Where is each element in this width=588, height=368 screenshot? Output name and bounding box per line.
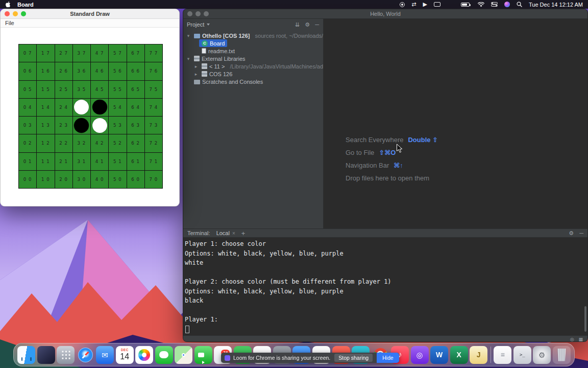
board-cell[interactable]: 0 0	[19, 171, 36, 188]
board-cell[interactable]: 4 7	[91, 44, 108, 62]
draw-canvas[interactable]: 0 71 72 73 74 75 76 77 70 61 62 63 64 65…	[1, 28, 179, 206]
board-cell[interactable]: 5 2	[109, 134, 126, 152]
board-cell[interactable]	[91, 99, 108, 116]
input-source-flag-icon[interactable]	[447, 2, 454, 7]
board-cell[interactable]: 7 0	[145, 171, 162, 188]
board-cell[interactable]: 6 0	[127, 171, 144, 188]
tree-item-external-libraries[interactable]: ▾External Libraries	[183, 55, 323, 62]
board-cell[interactable]: 5 1	[109, 153, 126, 170]
display-icon[interactable]	[434, 2, 440, 7]
board-cell[interactable]: 1 6	[37, 62, 54, 80]
board-cell[interactable]: 6 6	[127, 62, 144, 80]
settings-gear-icon[interactable]: ⚙	[305, 21, 310, 28]
dock-excel[interactable]: X	[450, 346, 468, 364]
othello-board[interactable]: 0 71 72 73 74 75 76 77 70 61 62 63 64 65…	[18, 44, 163, 189]
chevron-down-icon[interactable]: ▾	[185, 33, 191, 38]
chevron-right-icon[interactable]: ▸	[193, 64, 199, 69]
editor-area[interactable]: Search EverywhereDouble ⇧Go to File⇧⌘ONa…	[324, 19, 587, 228]
dock-maps[interactable]	[175, 346, 192, 364]
dock-safari[interactable]	[77, 346, 94, 364]
board-cell[interactable]: 0 3	[19, 117, 36, 134]
board-cell[interactable]: 5 5	[109, 81, 126, 98]
board-cell[interactable]: 2 7	[55, 44, 72, 62]
control-center-icon[interactable]	[491, 1, 498, 8]
dock-utility[interactable]: >_	[513, 346, 531, 364]
dock-calendar[interactable]: DEC14	[116, 346, 134, 364]
board-cell[interactable]: 1 4	[37, 99, 54, 116]
active-app-name[interactable]: Board	[17, 2, 34, 8]
board-cell[interactable]: 2 2	[55, 134, 72, 152]
dock-system-preferences[interactable]: ⚙	[533, 346, 551, 364]
spotlight-icon[interactable]	[517, 1, 522, 8]
board-cell[interactable]: 4 1	[91, 153, 108, 170]
new-terminal-icon[interactable]: +	[241, 229, 246, 237]
board-cell[interactable]: 0 4	[19, 99, 36, 116]
terminal-tab-local[interactable]: Local ×	[214, 230, 237, 236]
board-cell[interactable]: 2 0	[55, 171, 72, 188]
board-cell[interactable]: 4 6	[91, 62, 108, 80]
zoom-button[interactable]	[204, 11, 209, 16]
dock-word[interactable]: W	[430, 346, 448, 364]
board-cell[interactable]: 4 2	[91, 134, 108, 152]
board-cell[interactable]: 0 7	[19, 44, 36, 62]
board-cell[interactable]: 4 0	[91, 171, 108, 188]
ide-titlebar[interactable]: Hello, World	[183, 9, 587, 19]
board-cell[interactable]: 2 4	[55, 99, 72, 116]
board-cell[interactable]: 3 2	[73, 134, 90, 152]
board-cell[interactable]: 6 5	[127, 81, 144, 98]
board-cell[interactable]: 1 5	[37, 81, 54, 98]
board-cell[interactable]: 5 4	[109, 99, 126, 116]
dock-launchpad[interactable]	[57, 346, 75, 364]
tree-item-cos-126-lib[interactable]: ▸COS 126	[183, 70, 323, 78]
hide-panel-icon[interactable]: ─	[315, 21, 319, 28]
tree-item-board[interactable]: CBoard	[183, 39, 323, 47]
tree-item-scratches[interactable]: Scratches and Consoles	[183, 78, 323, 85]
board-cell[interactable]: 0 1	[19, 153, 36, 170]
board-cell[interactable]: 5 6	[109, 62, 126, 80]
board-cell[interactable]: 7 7	[145, 44, 162, 62]
board-cell[interactable]: 0 2	[19, 134, 36, 152]
board-cell[interactable]: 2 6	[55, 62, 72, 80]
tree-item-readme[interactable]: readme.txt	[183, 47, 323, 55]
dock-podcasts[interactable]: ◎	[411, 346, 429, 364]
board-cell[interactable]: 6 7	[127, 44, 144, 62]
dock-java-app[interactable]: J	[470, 346, 487, 364]
terminal-scrollbar[interactable]	[584, 306, 586, 332]
dock-messages[interactable]	[155, 346, 173, 364]
board-cell[interactable]: 7 1	[145, 153, 162, 170]
board-cell[interactable]: 2 5	[55, 81, 72, 98]
tree-item-jdk-11[interactable]: ▸< 11 >/Library/Java/JavaVirtualMachines…	[183, 62, 323, 70]
board-cell[interactable]: 3 0	[73, 171, 90, 188]
board-cell[interactable]: 6 1	[127, 153, 144, 170]
dock-mail[interactable]: ✉	[96, 346, 114, 364]
hide-button[interactable]: Hide	[377, 353, 399, 363]
dock-trash[interactable]	[553, 346, 571, 364]
chevron-right-icon[interactable]: ▸	[193, 72, 199, 77]
board-cell[interactable]: 1 1	[37, 153, 54, 170]
tree-item-othello-root[interactable]: ▾Othello [COS 126]sources root, ~/Downlo…	[183, 32, 323, 39]
board-cell[interactable]: 2 3	[55, 117, 72, 134]
board-cell[interactable]	[73, 99, 90, 116]
dock-textedit[interactable]: ≡	[494, 346, 511, 364]
wifi-icon[interactable]	[478, 1, 484, 8]
terminal-hide-icon[interactable]: ─	[579, 230, 583, 237]
minimize-button[interactable]	[13, 11, 18, 16]
board-cell[interactable]: 2 1	[55, 153, 72, 170]
terminal-output[interactable]: Player 1: choose colorOptions: white, bl…	[183, 238, 587, 335]
board-cell[interactable]: 7 4	[145, 99, 162, 116]
project-panel-title[interactable]: Project	[187, 21, 204, 28]
board-cell[interactable]: 3 1	[73, 153, 90, 170]
board-cell[interactable]: 5 0	[109, 171, 126, 188]
board-cell[interactable]: 3 5	[73, 81, 90, 98]
chevron-down-icon[interactable]	[207, 24, 210, 26]
board-cell[interactable]: 6 3	[127, 117, 144, 134]
board-cell[interactable]: 5 3	[109, 117, 126, 134]
minimize-button[interactable]	[195, 11, 201, 16]
siri-icon[interactable]	[504, 2, 510, 7]
dock-app-dark[interactable]	[37, 346, 55, 364]
board-cell[interactable]: 1 0	[37, 171, 54, 188]
board-cell[interactable]: 4 5	[91, 81, 108, 98]
status-search-icon[interactable]: ◎	[570, 337, 574, 342]
board-cell[interactable]: 6 2	[127, 134, 144, 152]
chevron-down-icon[interactable]: ▾	[185, 56, 191, 61]
